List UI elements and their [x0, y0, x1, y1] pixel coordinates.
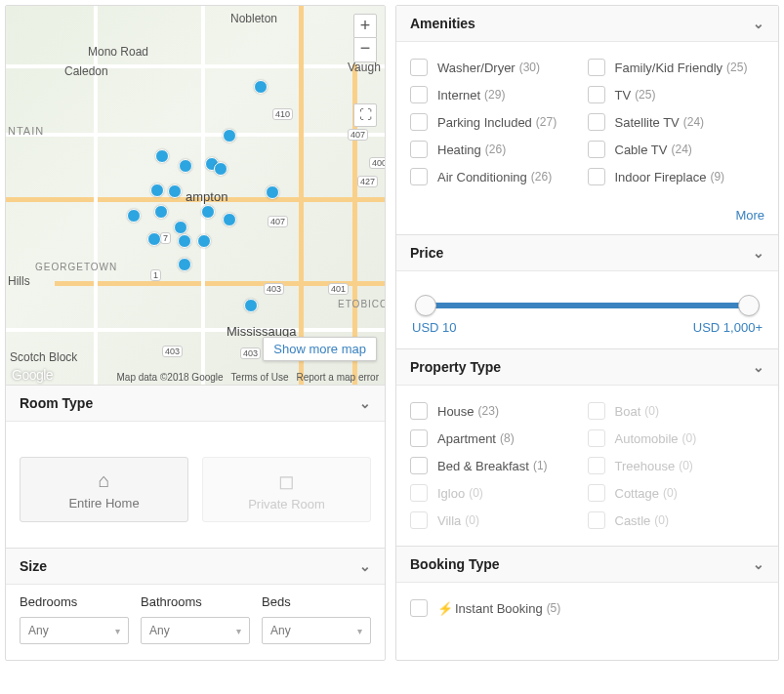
- bathrooms-select[interactable]: Any▾: [141, 617, 250, 644]
- amenities-more-link[interactable]: More: [396, 202, 778, 234]
- proptype-checkbox: Castle(0): [588, 507, 765, 534]
- label-ntain: NTAIN: [8, 125, 44, 137]
- amenity-checkbox[interactable]: Cable TV(24): [588, 136, 765, 163]
- route-427: 427: [357, 176, 378, 187]
- fullscreen-button[interactable]: ⛶: [353, 103, 377, 127]
- map-marker[interactable]: [266, 185, 279, 199]
- amenity-checkbox[interactable]: Washer/Dryer(30): [410, 54, 588, 81]
- checkbox-icon: [410, 168, 428, 185]
- chevron-down-icon: ⌄: [753, 245, 764, 261]
- map-marker[interactable]: [197, 234, 211, 248]
- google-logo: Google: [12, 367, 53, 383]
- price-slider-max-handle[interactable]: [738, 295, 760, 316]
- proptype-count: (0): [644, 404, 659, 418]
- amenity-checkbox[interactable]: Heating(26): [410, 136, 588, 163]
- proptype-checkbox[interactable]: Apartment(8): [410, 425, 588, 452]
- price-header[interactable]: Price ⌄: [396, 234, 778, 271]
- map-marker[interactable]: [214, 162, 227, 176]
- route-403a: 403: [264, 283, 284, 295]
- amenity-count: (25): [726, 61, 747, 74]
- proptype-count: (0): [469, 486, 483, 500]
- amenities-header[interactable]: Amenities ⌄: [396, 6, 778, 42]
- booking-header[interactable]: Booking Type ⌄: [396, 546, 778, 583]
- proptype-checkbox: Cottage(0): [588, 479, 765, 507]
- amenity-checkbox[interactable]: Parking Included(27): [410, 108, 588, 136]
- map-marker[interactable]: [179, 159, 192, 173]
- bedrooms-select[interactable]: Any▾: [20, 617, 129, 644]
- price-slider[interactable]: [416, 303, 759, 308]
- proptype-label: Apartment: [437, 431, 496, 446]
- zoom-in-button[interactable]: +: [353, 14, 377, 38]
- map-marker[interactable]: [244, 299, 258, 312]
- roomtype-title: Room Type: [20, 395, 93, 411]
- proptype-label: House: [437, 404, 475, 419]
- checkbox-icon: [410, 457, 428, 474]
- proptype-checkbox: Villa(0): [410, 507, 588, 534]
- amenity-checkbox[interactable]: Air Conditioning(26): [410, 163, 588, 190]
- chevron-down-icon: ⌄: [753, 16, 764, 31]
- show-more-map-button[interactable]: Show more map: [263, 337, 377, 361]
- amenity-checkbox[interactable]: Family/Kid Friendly(25): [588, 54, 765, 81]
- roomtype-private-button[interactable]: ◻ Private Room: [202, 457, 371, 522]
- chevron-down-icon: ⌄: [359, 558, 371, 574]
- home-icon: ⌂: [21, 469, 187, 492]
- map-marker[interactable]: [254, 80, 268, 94]
- proptype-header[interactable]: Property Type ⌄: [396, 348, 778, 386]
- price-slider-min-handle[interactable]: [415, 295, 436, 316]
- size-header[interactable]: Size ⌄: [6, 548, 385, 585]
- amenity-checkbox[interactable]: Internet(29): [410, 81, 588, 108]
- proptype-checkbox: Treehouse(0): [588, 452, 765, 479]
- proptype-checkbox[interactable]: House(23): [410, 397, 588, 425]
- proptype-count: (8): [500, 431, 515, 445]
- map-marker[interactable]: [174, 221, 187, 234]
- bathrooms-label: Bathrooms: [141, 594, 250, 609]
- amenity-count: (27): [536, 115, 557, 129]
- amenity-checkbox[interactable]: Satellite TV(24): [588, 108, 765, 136]
- route-400: 400: [369, 157, 385, 169]
- label-etobicoke: ETOBICO: [338, 299, 385, 309]
- map-marker[interactable]: [155, 149, 169, 163]
- map-marker[interactable]: [168, 184, 182, 198]
- zoom-out-button[interactable]: −: [353, 38, 377, 62]
- checkbox-icon: [588, 59, 605, 76]
- label-caledon: Caledon: [64, 64, 108, 78]
- route-407a: 407: [348, 129, 368, 141]
- map-marker[interactable]: [147, 232, 161, 246]
- amenity-checkbox[interactable]: Indoor Fireplace(9): [588, 163, 765, 190]
- map-marker[interactable]: [150, 184, 164, 197]
- map-marker[interactable]: [223, 213, 236, 226]
- map-marker[interactable]: [178, 258, 191, 271]
- roomtype-header[interactable]: Room Type ⌄: [6, 385, 385, 422]
- beds-select[interactable]: Any▾: [262, 617, 371, 644]
- route-403c: 403: [240, 347, 261, 359]
- instant-booking-checkbox[interactable]: ⚡ Instant Booking (5): [410, 594, 764, 622]
- map-attrib-terms[interactable]: Terms of Use: [231, 372, 289, 383]
- caret-down-icon: ▾: [115, 626, 120, 636]
- map-attrib-report[interactable]: Report a map error: [297, 372, 379, 383]
- amenity-label: TV: [615, 88, 632, 102]
- map-marker[interactable]: [127, 209, 141, 223]
- checkbox-icon: [410, 141, 428, 158]
- bedrooms-label: Bedrooms: [20, 594, 129, 609]
- proptype-count: (0): [682, 431, 697, 445]
- map[interactable]: Nobleton Mono Road Caledon Vaugh NTAIN a…: [6, 6, 385, 385]
- chevron-down-icon: ⌄: [753, 556, 764, 572]
- checkbox-icon: [588, 511, 605, 529]
- caret-down-icon: ▾: [236, 626, 241, 636]
- route-7: 7: [160, 232, 171, 244]
- caret-down-icon: ▾: [357, 626, 362, 636]
- route-403b: 403: [162, 346, 183, 357]
- proptype-label: Treehouse: [615, 459, 676, 473]
- route-401: 401: [328, 283, 349, 295]
- roomtype-entire-button[interactable]: ⌂ Entire Home: [20, 457, 188, 522]
- amenity-count: (24): [683, 115, 704, 129]
- map-marker[interactable]: [201, 205, 215, 219]
- map-marker[interactable]: [178, 234, 191, 248]
- proptype-checkbox[interactable]: Bed & Breakfast(1): [410, 452, 588, 479]
- proptype-checkbox: Igloo(0): [410, 479, 588, 507]
- price-min-label: USD 10: [412, 320, 457, 335]
- map-marker[interactable]: [223, 129, 236, 143]
- checkbox-icon: [410, 113, 428, 131]
- amenity-checkbox[interactable]: TV(25): [588, 81, 765, 108]
- map-marker[interactable]: [154, 205, 168, 219]
